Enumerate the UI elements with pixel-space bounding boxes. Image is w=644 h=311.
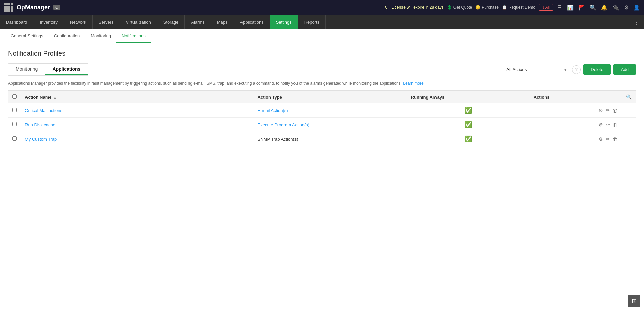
gear-icon[interactable]: ⚙: [624, 4, 629, 11]
row-1-type: E-mail Action(s): [254, 103, 407, 118]
topbar-left: OpManager C: [4, 3, 60, 12]
monitor-icon[interactable]: 🖥: [557, 4, 562, 10]
app-grid-icon[interactable]: [4, 3, 13, 12]
purchase-link[interactable]: 🪙 Purchase: [475, 5, 499, 10]
flag-icon[interactable]: 🚩: [578, 4, 585, 11]
row-3-check: [8, 132, 21, 146]
select-all-checkbox[interactable]: [12, 94, 17, 99]
row-2-name-link[interactable]: Run Disk cache: [25, 122, 55, 127]
page-content: Notification Profiles Monitoring Applica…: [0, 43, 644, 153]
nav-item-servers[interactable]: Servers: [93, 15, 120, 29]
sub-nav: General Settings Configuration Monitorin…: [0, 29, 644, 43]
row-1-type-link[interactable]: E-mail Action(s): [258, 108, 288, 113]
row-1-action-icons: ⊛ ✏ 🗑: [534, 107, 618, 113]
delete-button[interactable]: Delete: [583, 64, 611, 75]
row-3-edit-icon[interactable]: ✏: [606, 136, 610, 142]
tab-monitoring[interactable]: Monitoring: [8, 64, 45, 75]
th-action-type: Action Type: [254, 91, 407, 103]
table-row: Run Disk cache Execute Program Action(s)…: [8, 118, 636, 132]
sub-nav-notifications[interactable]: Notifications: [116, 29, 151, 43]
row-2-edit-icon[interactable]: ✏: [606, 122, 610, 128]
nav-item-reports[interactable]: Reports: [298, 15, 326, 29]
get-quote-link[interactable]: 💲 Get Quote: [447, 5, 472, 10]
info-text: Applications Manager provides the flexib…: [8, 81, 636, 86]
profile-tabs-row: Monitoring Applications All Actions E-ma…: [8, 63, 636, 76]
th-actions: Actions: [530, 91, 622, 103]
row-1-check: [8, 103, 21, 118]
row-2-type: Execute Program Action(s): [254, 118, 407, 132]
row-1-actions: ⊛ ✏ 🗑: [530, 103, 622, 118]
row-3-type: SNMP Trap Action(s): [254, 132, 407, 146]
nav-item-dashboard[interactable]: Dashboard: [0, 15, 34, 29]
sub-nav-configuration[interactable]: Configuration: [49, 29, 85, 43]
license-message: 🛡 License will expire in 28 days: [385, 5, 443, 10]
th-running-always: Running Always: [407, 91, 530, 103]
all-actions-select[interactable]: All Actions E-mail Action(s) Execute Pro…: [502, 65, 569, 74]
row-1-view-icon[interactable]: ⊛: [599, 107, 603, 113]
topbar: OpManager C 🛡 License will expire in 28 …: [0, 0, 644, 15]
row-2-checkbox[interactable]: [12, 122, 17, 126]
row-3-actions: ⊛ ✏ 🗑: [530, 132, 622, 146]
nav-item-storage[interactable]: Storage: [157, 15, 185, 29]
main-nav: Dashboard Inventory Network Servers Virt…: [0, 15, 644, 29]
bell-icon[interactable]: 🔔: [601, 4, 608, 11]
nav-item-virtualization[interactable]: Virtualization: [120, 15, 157, 29]
row-3-running-check: ✅: [465, 136, 472, 142]
row-2-view-icon[interactable]: ⊛: [599, 122, 603, 128]
nav-more-icon[interactable]: ⋮: [629, 15, 644, 29]
row-2-delete-icon[interactable]: 🗑: [613, 122, 618, 128]
topbar-right: 🛡 License will expire in 28 days 💲 Get Q…: [385, 4, 640, 11]
profile-tabs: Monitoring Applications: [8, 63, 88, 76]
table-row: Critical Mail actions E-mail Action(s) ✅…: [8, 103, 636, 118]
nav-item-inventory[interactable]: Inventory: [34, 15, 64, 29]
row-1-running: ✅: [407, 103, 530, 118]
row-3-name-link[interactable]: My Custom Trap: [25, 137, 57, 142]
sub-nav-monitoring[interactable]: Monitoring: [85, 29, 116, 43]
row-3-type-text: SNMP Trap Action(s): [258, 137, 298, 142]
search-icon[interactable]: 🔍: [590, 4, 596, 11]
table-search-icon[interactable]: 🔍: [626, 94, 632, 100]
tab-applications[interactable]: Applications: [45, 64, 88, 75]
th-action-name: Action Name ▲: [21, 91, 254, 103]
app-badge: C: [53, 5, 60, 10]
actions-row: All Actions E-mail Action(s) Execute Pro…: [502, 64, 636, 75]
row-2-extra: [622, 118, 636, 132]
row-2-type-link[interactable]: Execute Program Action(s): [258, 122, 310, 127]
row-2-action-icons: ⊛ ✏ 🗑: [534, 122, 618, 128]
row-1-checkbox[interactable]: [12, 108, 17, 112]
row-1-name-link[interactable]: Critical Mail actions: [25, 108, 62, 113]
page-title: Notification Profiles: [8, 50, 636, 57]
topbar-icons: 🖥 📊 🚩 🔍 🔔 🔌 ⚙ 👤: [557, 4, 640, 11]
user-icon[interactable]: 👤: [633, 4, 640, 11]
presentation-icon[interactable]: 📊: [567, 4, 574, 11]
row-3-running: ✅: [407, 132, 530, 146]
sub-nav-general-settings[interactable]: General Settings: [5, 29, 49, 43]
plug-icon[interactable]: 🔌: [612, 4, 619, 11]
nav-item-applications[interactable]: Applications: [234, 15, 270, 29]
sort-icon[interactable]: ▲: [53, 96, 57, 99]
row-2-running: ✅: [407, 118, 530, 132]
request-demo-link[interactable]: 📋 Request Demo: [502, 5, 535, 10]
row-3-name: My Custom Trap: [21, 132, 254, 146]
btn-all[interactable]: ↓ All: [539, 4, 553, 11]
row-3-view-icon[interactable]: ⊛: [599, 136, 603, 142]
table-row: My Custom Trap SNMP Trap Action(s) ✅ ⊛ ✏…: [8, 132, 636, 146]
row-3-delete-icon[interactable]: 🗑: [613, 136, 618, 142]
row-1-delete-icon[interactable]: 🗑: [613, 108, 618, 113]
add-button[interactable]: Add: [613, 64, 636, 75]
th-search: 🔍: [622, 91, 636, 103]
row-1-edit-icon[interactable]: ✏: [606, 107, 610, 113]
nav-item-network[interactable]: Network: [64, 15, 93, 29]
all-actions-wrapper: All Actions E-mail Action(s) Execute Pro…: [502, 65, 569, 74]
app-name: OpManager: [17, 4, 50, 11]
row-3-checkbox[interactable]: [12, 136, 17, 141]
row-3-action-icons: ⊛ ✏ 🗑: [534, 136, 618, 142]
help-button[interactable]: ?: [572, 65, 581, 74]
nav-item-maps[interactable]: Maps: [211, 15, 234, 29]
nav-item-settings[interactable]: Settings: [270, 15, 298, 29]
nav-item-alarms[interactable]: Alarms: [185, 15, 211, 29]
row-1-extra: [622, 103, 636, 118]
row-1-running-check: ✅: [465, 107, 472, 114]
learn-more-link[interactable]: Learn more: [403, 81, 423, 86]
row-2-running-check: ✅: [465, 121, 472, 128]
